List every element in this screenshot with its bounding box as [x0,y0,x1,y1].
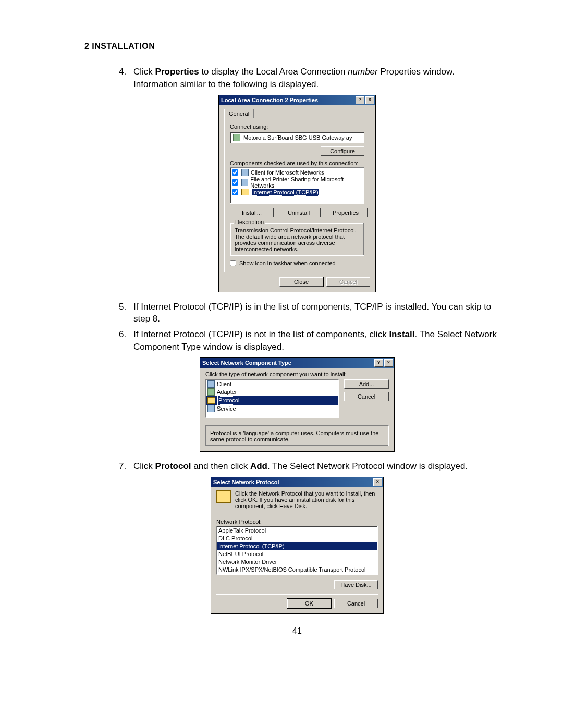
list-item-label: Network Monitor Driver [218,558,277,566]
step-text: If Internet Protocol (TCP/IP) is not in … [133,328,500,353]
document-page: 2 INSTALLATION 4. Click Properties to di… [0,0,563,657]
list-item[interactable]: Adapter [206,388,338,396]
description-group: Description Transmission Control Protoco… [230,223,364,256]
list-item-label: Service [217,405,236,413]
list-item-label: Adapter [217,388,237,396]
step-7: 7. Click Protocol and then click Add. Th… [119,460,500,473]
dialog-title: Select Network Component Type [202,360,291,366]
separator [216,594,378,595]
cancel-button: Cancel [326,277,370,287]
dialog-title: Select Network Protocol [213,479,279,485]
description-text: Transmission Control Protocol/Internet P… [235,227,360,252]
list-item-label: NWLink IPX/SPX/NetBIOS Compatible Transp… [218,566,365,574]
checkbox[interactable] [232,189,238,195]
section-heading: 2 INSTALLATION [84,42,500,51]
instruction-text: Click the Network Protocol that you want… [235,490,378,509]
list-item-selected[interactable]: Protocol [206,396,338,405]
list-item-label: Client for Microsoft Networks [251,169,324,176]
client-icon [241,169,249,176]
protocol-large-icon [216,490,231,503]
list-item[interactable]: Network Monitor Driver [217,558,377,566]
titlebar: Select Network Protocol × [211,477,383,487]
step-number: 5. [119,301,133,326]
components-label: Components checked are used by this conn… [230,160,364,166]
have-disk-button[interactable]: Have Disk... [334,580,378,589]
list-item[interactable]: DLC Protocol [217,535,377,542]
list-label: Network Protocol: [216,519,378,525]
cancel-button[interactable]: Cancel [334,599,378,608]
cancel-button[interactable]: Cancel [344,392,389,401]
step-text: If Internet Protocol (TCP/IP) is in the … [133,301,500,326]
close-icon[interactable]: × [384,359,393,367]
install-button[interactable]: Install... [230,208,274,217]
list-item-label: AppleTalk Protocol [218,527,266,535]
checkbox[interactable] [232,169,238,176]
network-protocol-listbox[interactable]: AppleTalk Protocol DLC Protocol Internet… [216,526,378,575]
tab-general[interactable]: General [224,109,254,118]
list-item-label: DLC Protocol [218,535,252,542]
install-word: Install [389,329,414,339]
protocol-word: Protocol [155,461,191,471]
list-item[interactable]: NetBEUI Protocol [217,550,377,558]
show-icon-label: Show icon in taskbar when connected [239,260,336,266]
client-icon [207,380,215,388]
list-item[interactable]: NWLink IPX/SPX/NetBIOS Compatible Transp… [217,566,377,574]
list-item-selected[interactable]: Internet Protocol (TCP/IP) [231,189,363,196]
components-listbox[interactable]: Client for Microsoft Networks File and P… [230,167,364,204]
list-item[interactable]: Client [206,380,338,388]
properties-button[interactable]: Properties [324,208,368,217]
close-icon[interactable]: × [373,478,382,486]
list-item[interactable]: File and Printer Sharing for Microsoft N… [231,176,363,189]
adapter-field: Motorola SurfBoard SBG USB Gateway ay [230,132,364,143]
page-number: 41 [94,626,500,636]
protocol-icon [207,397,215,404]
adapter-icon [207,388,215,396]
dialog-title: Local Area Connection 2 Properties [221,97,318,103]
uninstall-button[interactable]: Uninstall [277,208,321,217]
help-icon[interactable]: ? [374,359,383,367]
service-icon [207,405,215,412]
close-icon[interactable]: × [365,96,374,104]
instruction-text: Click the type of network component you … [205,371,389,377]
select-network-protocol-dialog: Select Network Protocol × Click the Netw… [211,477,384,614]
titlebar: Local Area Connection 2 Properties ? × [219,95,375,105]
step-4: 4. Click Properties to display the Local… [119,66,500,91]
adapter-name: Motorola SurfBoard SBG USB Gateway ay [243,134,352,141]
list-item[interactable]: Client for Microsoft Networks [231,169,363,176]
list-item-label: Internet Protocol (TCP/IP) [218,542,285,550]
select-network-component-type-dialog: Select Network Component Type ? × Click … [200,357,395,452]
list-item-label: NetBEUI Protocol [218,550,263,558]
add-button[interactable]: Add... [344,379,389,389]
step-text: Click Protocol and then click Add. The S… [133,460,500,473]
step-6: 6. If Internet Protocol (TCP/IP) is not … [119,328,500,353]
step-number: 7. [119,460,133,473]
show-icon-checkbox[interactable] [230,260,236,266]
connect-using-label: Connect using: [230,124,364,130]
titlebar: Select Network Component Type ? × [200,358,394,368]
checkbox[interactable] [232,179,238,186]
list-item-label: File and Printer Sharing for Microsoft N… [250,176,362,189]
step-text: Click Properties to display the Local Ar… [133,66,500,91]
group-label: Description [234,219,265,225]
description-group: Protocol is a 'language' a computer uses… [205,425,389,446]
local-area-connection-properties-dialog: Local Area Connection 2 Properties ? × G… [218,95,376,292]
help-icon[interactable]: ? [356,96,364,104]
properties-word: Properties [155,67,199,77]
component-type-listbox[interactable]: Client Adapter Protocol Service [205,379,339,418]
list-item-label: Protocol [217,396,240,405]
list-item[interactable]: Service [206,405,338,413]
list-item-selected[interactable]: Internet Protocol (TCP/IP) [217,542,377,550]
list-item-label: Internet Protocol (TCP/IP) [251,189,320,196]
number-word: number [348,67,378,77]
configure-button[interactable]: CConfigureonfigure [321,146,364,156]
close-button[interactable]: Close [279,277,323,287]
step-5: 5. If Internet Protocol (TCP/IP) is in t… [119,301,500,326]
list-item-label: Client [217,380,231,388]
service-icon [241,179,248,186]
ok-button[interactable]: OK [287,599,331,608]
step-number: 6. [119,328,133,353]
tab-strip: General [224,108,370,118]
list-item[interactable]: AppleTalk Protocol [217,527,377,535]
protocol-icon [241,189,249,195]
step-number: 4. [119,66,133,91]
